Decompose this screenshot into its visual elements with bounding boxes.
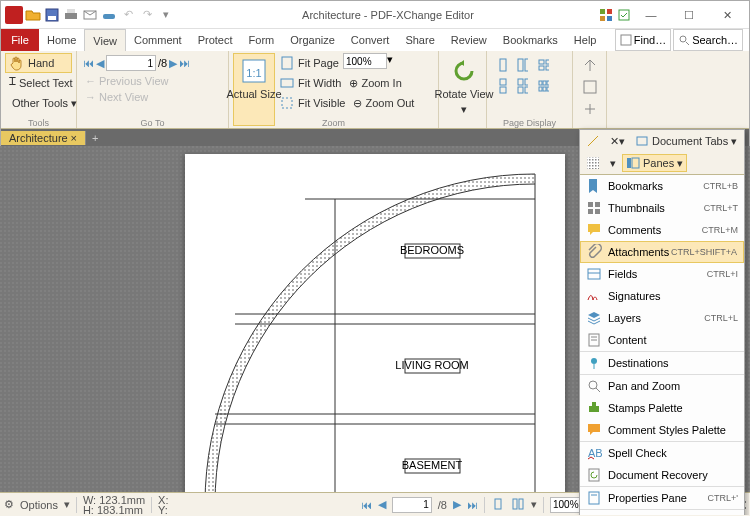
email-icon[interactable] bbox=[81, 6, 99, 24]
status-prev-page[interactable]: ◀ bbox=[378, 498, 386, 511]
page-input[interactable] bbox=[106, 55, 156, 71]
misc-tool-1[interactable] bbox=[577, 55, 602, 75]
search-button[interactable]: Search… bbox=[673, 29, 743, 51]
panes-menu-properties-pane[interactable]: Properties PaneCTRL+' bbox=[580, 486, 744, 509]
panes-button[interactable]: Panes ▾ bbox=[622, 154, 687, 172]
tab-convert[interactable]: Convert bbox=[343, 29, 398, 51]
open-icon[interactable] bbox=[24, 6, 42, 24]
panes-menu-document-recovery[interactable]: Document Recovery bbox=[580, 464, 744, 486]
fit-width-button[interactable]: Fit Width bbox=[275, 73, 345, 93]
layout-icon-3[interactable]: ▾ bbox=[531, 498, 537, 511]
zoom-out-button[interactable]: ⊖Zoom Out bbox=[349, 93, 418, 113]
document-tab[interactable]: Architecture × bbox=[1, 131, 86, 145]
tab-file[interactable]: File bbox=[1, 29, 39, 51]
page-display-opt-1[interactable] bbox=[491, 55, 511, 75]
tab-bookmarks[interactable]: Bookmarks bbox=[495, 29, 566, 51]
select-text-tool[interactable]: ᏆSelect Text bbox=[5, 73, 72, 93]
tab-review[interactable]: Review bbox=[443, 29, 495, 51]
options-icon[interactable]: ⚙ bbox=[4, 498, 14, 511]
tab-protect[interactable]: Protect bbox=[190, 29, 241, 51]
tab-share[interactable]: Share bbox=[397, 29, 442, 51]
tab-view[interactable]: View bbox=[84, 29, 126, 51]
pdf-page: BEDROOMS LIVING ROOM BASEMENT bbox=[185, 154, 565, 492]
tab-comment[interactable]: Comment bbox=[126, 29, 190, 51]
panes-menu-reset-main-panes-layout[interactable]: Reset Main Panes Layout bbox=[580, 509, 744, 516]
panes-menu-pan-and-zoom[interactable]: Pan and Zoom bbox=[580, 374, 744, 397]
close-button[interactable]: ✕ bbox=[709, 5, 745, 25]
status-first-page[interactable]: ⏮ bbox=[361, 499, 372, 511]
page-display-opt-4[interactable] bbox=[491, 76, 511, 96]
zoom-in-button[interactable]: ⊕Zoom In bbox=[345, 73, 405, 93]
scan-icon[interactable] bbox=[100, 6, 118, 24]
panes-menu-layers[interactable]: LayersCTRL+L bbox=[580, 307, 744, 329]
spell-icon: AB bbox=[586, 445, 602, 461]
status-last-page[interactable]: ⏭ bbox=[467, 499, 478, 511]
other-tools-button[interactable]: Other Tools ▾ bbox=[5, 93, 72, 113]
panes-menu-bookmarks[interactable]: BookmarksCTRL+B bbox=[580, 175, 744, 197]
redo-icon[interactable]: ↷ bbox=[138, 6, 156, 24]
layout-icon-2[interactable] bbox=[511, 497, 525, 513]
status-next-page[interactable]: ▶ bbox=[453, 498, 461, 511]
panes-menu-thumbnails[interactable]: ThumbnailsCTRL+T bbox=[580, 197, 744, 219]
prev-page-icon[interactable]: ◀ bbox=[96, 57, 104, 70]
misc-tool-3[interactable] bbox=[577, 99, 602, 119]
tab-organize[interactable]: Organize bbox=[282, 29, 343, 51]
next-view-button[interactable]: →Next View bbox=[81, 89, 224, 105]
panes-menu-stamps-palette[interactable]: Stamps Palette bbox=[580, 397, 744, 419]
find-button[interactable]: Find… bbox=[615, 29, 671, 51]
zoom-input[interactable] bbox=[343, 53, 387, 69]
print-icon[interactable] bbox=[62, 6, 80, 24]
grid-tool-1[interactable] bbox=[582, 154, 604, 172]
shape-tool-2[interactable]: ✕▾ bbox=[606, 132, 629, 150]
maximize-button[interactable]: ☐ bbox=[671, 5, 707, 25]
qa-dropdown-icon[interactable]: ▾ bbox=[157, 6, 175, 24]
add-tab-button[interactable]: + bbox=[86, 132, 104, 144]
attach-icon bbox=[586, 244, 602, 260]
layout-icon-1[interactable] bbox=[491, 497, 505, 513]
menu-label: Comment Styles Palette bbox=[608, 424, 726, 436]
rotate-view-button[interactable]: Rotate View▾ bbox=[443, 53, 485, 120]
first-page-icon[interactable]: ⏮ bbox=[83, 57, 94, 69]
page-display-opt-5[interactable] bbox=[512, 76, 532, 96]
grid-tool-2[interactable]: ▾ bbox=[606, 154, 620, 172]
group-goto-label: Go To bbox=[77, 118, 228, 128]
page-display-opt-3[interactable] bbox=[533, 55, 553, 75]
panes-menu-fields[interactable]: FieldsCTRL+I bbox=[580, 263, 744, 285]
minimize-button[interactable]: — bbox=[633, 5, 669, 25]
page-display-opt-2[interactable] bbox=[512, 55, 532, 75]
panzoom-icon bbox=[586, 378, 602, 394]
panes-menu-content[interactable]: Content bbox=[580, 329, 744, 351]
ui-options-icon[interactable] bbox=[597, 6, 615, 24]
svg-rect-5 bbox=[103, 14, 115, 19]
panes-menu-comments[interactable]: CommentsCTRL+M bbox=[580, 219, 744, 241]
tab-home[interactable]: Home bbox=[39, 29, 84, 51]
launch-btn[interactable] bbox=[615, 6, 633, 24]
panes-menu-comment-styles-palette[interactable]: Comment Styles Palette bbox=[580, 419, 744, 441]
hand-tool[interactable]: Hand bbox=[5, 53, 72, 73]
last-page-icon[interactable]: ⏭ bbox=[179, 57, 190, 69]
status-page-input[interactable] bbox=[392, 497, 432, 513]
zoom-dropdown-icon[interactable]: ▾ bbox=[387, 53, 393, 73]
actual-size-button[interactable]: 1:1 Actual Size bbox=[233, 53, 275, 126]
fit-visible-button[interactable]: Fit Visible bbox=[275, 93, 349, 113]
shape-tool-1[interactable] bbox=[582, 132, 604, 150]
save-icon[interactable] bbox=[43, 6, 61, 24]
tab-form[interactable]: Form bbox=[241, 29, 283, 51]
options-button[interactable]: Options bbox=[20, 499, 58, 511]
previous-view-button[interactable]: ←Previous View bbox=[81, 73, 224, 89]
panes-menu-signatures[interactable]: Signatures bbox=[580, 285, 744, 307]
fit-page-button[interactable]: Fit Page bbox=[275, 53, 343, 73]
page-display-opt-6[interactable] bbox=[533, 76, 553, 96]
next-page-icon[interactable]: ▶ bbox=[169, 57, 177, 70]
panes-menu-destinations[interactable]: Destinations bbox=[580, 351, 744, 374]
misc-tool-2[interactable] bbox=[577, 77, 602, 97]
document-tabs-button[interactable]: Document Tabs▾ bbox=[631, 132, 741, 150]
tab-help[interactable]: Help bbox=[566, 29, 605, 51]
undo-icon[interactable]: ↶ bbox=[119, 6, 137, 24]
close-tab-icon[interactable]: × bbox=[70, 132, 76, 144]
recover-icon bbox=[586, 467, 602, 483]
panes-menu-spell-check[interactable]: ABSpell Check bbox=[580, 441, 744, 464]
svg-rect-27 bbox=[546, 66, 549, 70]
panes-menu-attachments[interactable]: AttachmentsCTRL+SHIFT+A bbox=[580, 241, 744, 263]
svg-rect-18 bbox=[282, 57, 292, 69]
